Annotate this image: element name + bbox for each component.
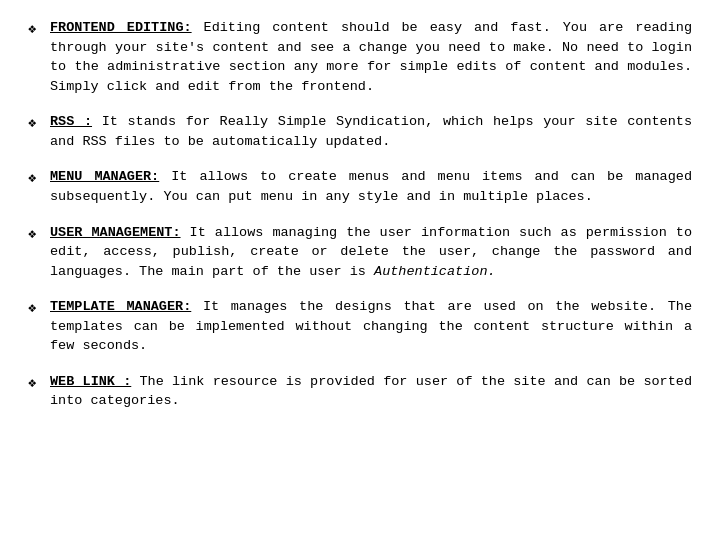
term-rss: RSS : <box>50 114 92 129</box>
term-web-link: WEB LINK : <box>50 374 131 389</box>
list-item: ❖ RSS : It stands for Really Simple Synd… <box>28 112 692 151</box>
item-text-frontend-editing: FRONTEND EDITING: Editing content should… <box>50 18 692 96</box>
bullet-icon: ❖ <box>28 297 50 318</box>
bullet-icon: ❖ <box>28 372 50 393</box>
item-text-user-management: USER MANAGEMENT: It allows managing the … <box>50 223 692 282</box>
term-menu-manager: MENU MANAGER: <box>50 169 159 184</box>
term-user-management: USER MANAGEMENT: <box>50 225 181 240</box>
desc-rss: It stands for Really Simple Syndication,… <box>50 114 692 149</box>
item-text-web-link: WEB LINK : The link resource is provided… <box>50 372 692 411</box>
main-content: ❖ FRONTEND EDITING: Editing content shou… <box>0 0 720 445</box>
term-frontend-editing: FRONTEND EDITING: <box>50 20 192 35</box>
bullet-icon: ❖ <box>28 112 50 133</box>
bullet-icon: ❖ <box>28 223 50 244</box>
item-text-template-manager: TEMPLATE MANAGER: It manages the designs… <box>50 297 692 356</box>
bullet-icon: ❖ <box>28 167 50 188</box>
item-text-rss: RSS : It stands for Really Simple Syndic… <box>50 112 692 151</box>
list-item: ❖ FRONTEND EDITING: Editing content shou… <box>28 18 692 96</box>
list-item: ❖ TEMPLATE MANAGER: It manages the desig… <box>28 297 692 356</box>
desc-web-link: The link resource is provided for user o… <box>50 374 692 409</box>
list-item: ❖ WEB LINK : The link resource is provid… <box>28 372 692 411</box>
list-item: ❖ MENU MANAGER: It allows to create menu… <box>28 167 692 206</box>
authentication-text: Authentication. <box>374 264 496 279</box>
term-template-manager: TEMPLATE MANAGER: <box>50 299 191 314</box>
bullet-icon: ❖ <box>28 18 50 39</box>
list-item: ❖ USER MANAGEMENT: It allows managing th… <box>28 223 692 282</box>
item-text-menu-manager: MENU MANAGER: It allows to create menus … <box>50 167 692 206</box>
